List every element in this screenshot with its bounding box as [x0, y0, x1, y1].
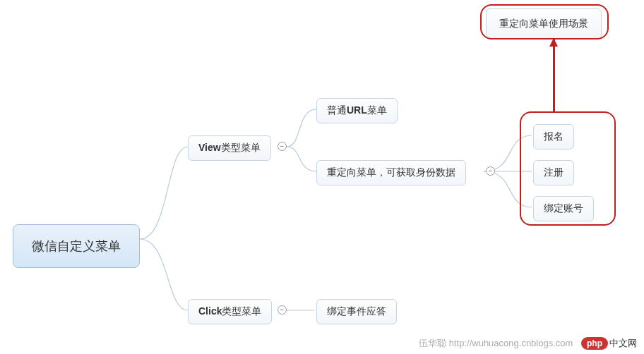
- watermark-author: 伍华聪 http://wuhuacong.cnblogs.com: [419, 338, 573, 348]
- collapse-toggle-click[interactable]: −: [278, 305, 287, 315]
- site-name: 中文网: [609, 338, 637, 348]
- arrow-head-icon: [549, 38, 558, 47]
- php-badge: php: [581, 337, 608, 350]
- collapse-toggle-redirect[interactable]: −: [486, 166, 495, 176]
- highlight-group: [520, 111, 616, 226]
- node-redirect-menu[interactable]: 重定向菜单，可获取身份数据: [316, 160, 466, 185]
- node-event-response[interactable]: 绑定事件应答: [316, 299, 397, 324]
- node-click-type[interactable]: Click类型菜单: [188, 299, 272, 324]
- watermark: 伍华聪 http://wuhuacong.cnblogs.com php中文网: [419, 337, 637, 350]
- root-node[interactable]: 微信自定义菜单: [13, 224, 140, 268]
- collapse-toggle-view[interactable]: −: [278, 142, 287, 151]
- node-url-menu[interactable]: 普通URL菜单: [316, 98, 398, 123]
- arrow-shaft: [553, 39, 555, 111]
- node-view-type[interactable]: View类型菜单: [188, 135, 271, 161]
- highlight-callout: [480, 4, 609, 39]
